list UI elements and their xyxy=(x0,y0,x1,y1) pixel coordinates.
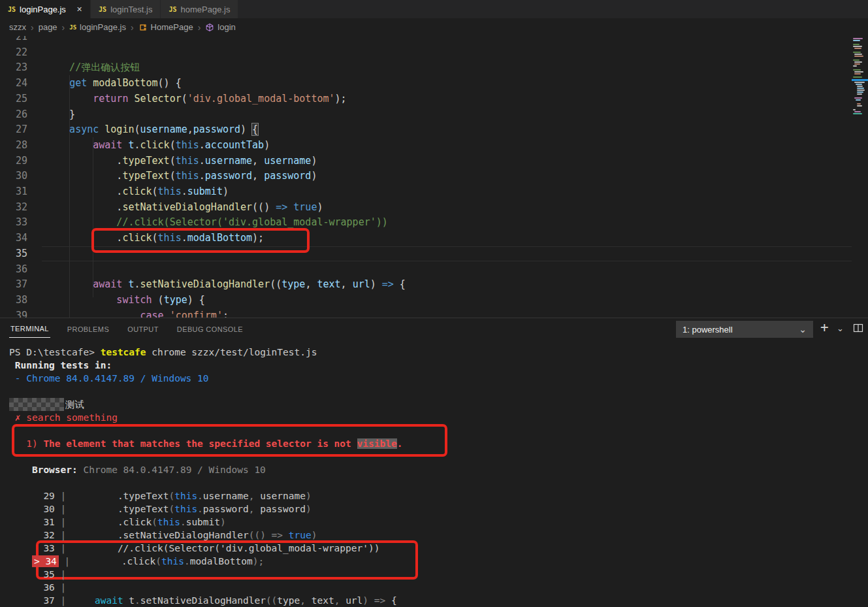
line-number: 26 xyxy=(0,107,27,123)
breadcrumb-separator: › xyxy=(198,22,201,33)
tab-homepage-js[interactable]: JS homePage.js xyxy=(161,0,238,18)
minimap-code-bar xyxy=(854,48,861,49)
minimap-code-bar xyxy=(857,105,862,107)
line-number: 28 xyxy=(0,138,27,154)
split-terminal-icon[interactable] xyxy=(853,323,863,333)
code-editor[interactable]: 212223 //弹出确认按钮24 get modalBottom() {25 … xyxy=(0,36,868,318)
breadcrumb-item-file[interactable]: JS loginPage.js xyxy=(69,22,126,32)
line-number: 36 xyxy=(0,262,27,278)
terminal-line: 1) The element that matches the specifie… xyxy=(9,437,402,450)
terminal-shell-dropdown[interactable]: 1: powershell ⌄ xyxy=(676,321,813,338)
minimap-code-bar xyxy=(853,59,860,61)
minimap-code-bar xyxy=(853,40,860,41)
minimap[interactable] xyxy=(852,36,868,318)
line-number: 33 xyxy=(0,215,27,231)
code-line-36: 36 xyxy=(0,262,852,278)
code-line-25: 25 return Selector('div.global_modal-bot… xyxy=(0,91,852,107)
tab-label: loginPage.js xyxy=(20,5,66,14)
censored-text xyxy=(9,398,64,411)
minimap-code-bar xyxy=(853,44,860,45)
breadcrumb: szzx › page › JS loginPage.js › HomePage… xyxy=(0,18,868,36)
line-number: 22 xyxy=(0,45,27,61)
minimap-code-bar xyxy=(854,61,862,63)
breadcrumb-label: HomePage xyxy=(151,22,193,32)
terminal-line: PS D:\testcafe> testcafe chrome szzx/tes… xyxy=(9,346,317,359)
line-number: 24 xyxy=(0,76,27,91)
bottom-panel: TERMINAL PROBLEMS OUTPUT DEBUG CONSOLE 1… xyxy=(0,318,868,607)
class-icon xyxy=(138,23,148,32)
tab-loginpage-js[interactable]: JS loginPage.js ✕ xyxy=(0,0,91,18)
code-line-23: 23 //弹出确认按钮 xyxy=(0,60,852,76)
line-number: 30 xyxy=(0,169,27,184)
terminal-output[interactable]: PS D:\testcafe> testcafe chrome szzx/tes… xyxy=(0,340,868,607)
code-line-37: 37 await t.setNativeDialogHandler((type,… xyxy=(0,277,852,293)
line-number: 27 xyxy=(0,122,27,138)
breadcrumb-item-szzx[interactable]: szzx xyxy=(9,22,26,32)
code-line-22: 22 xyxy=(0,45,852,61)
close-icon[interactable]: ✕ xyxy=(76,5,82,14)
breadcrumb-item-method[interactable]: login xyxy=(205,22,235,32)
terminal-line: 30 | .typeText(this.password, password) xyxy=(9,502,312,516)
minimap-code-bar xyxy=(853,76,862,78)
minimap-code-bar xyxy=(854,73,861,74)
minimap-code-bar xyxy=(853,65,857,67)
terminal-line: - Chrome 84.0.4147.89 / Windows 10 xyxy=(9,372,209,385)
panel-tab-terminal[interactable]: TERMINAL xyxy=(9,321,50,338)
line-number: 29 xyxy=(0,154,27,169)
code-line-26: 26 } xyxy=(0,107,852,123)
terminal-line: 31 | .click(this.submit) xyxy=(9,516,226,529)
minimap-code-bar xyxy=(854,56,863,57)
terminal-line: 35 | xyxy=(9,568,66,581)
line-number: 35 xyxy=(0,246,27,262)
js-file-icon: JS xyxy=(69,24,76,31)
breadcrumb-item-class[interactable]: HomePage xyxy=(138,22,193,32)
panel-tab-output[interactable]: OUTPUT xyxy=(126,321,160,338)
chevron-down-icon[interactable]: ⌄ xyxy=(837,323,844,333)
code-line-39: 39 case 'confirm': xyxy=(0,308,852,318)
chevron-down-icon: ⌄ xyxy=(799,326,807,333)
tab-logintest-js[interactable]: JS loginTest.js xyxy=(91,0,161,18)
minimap-code-bar xyxy=(857,93,862,95)
tab-label: loginTest.js xyxy=(110,5,152,14)
panel-header: TERMINAL PROBLEMS OUTPUT DEBUG CONSOLE 1… xyxy=(0,318,868,340)
panel-tab-problems[interactable]: PROBLEMS xyxy=(66,321,110,338)
terminal-line: 测试 xyxy=(9,398,84,411)
code-line-28: 28 await t.click(this.accountTab) xyxy=(0,138,852,154)
minimap-code-bar xyxy=(857,86,863,87)
line-number: 34 xyxy=(0,231,27,246)
code-line-29: 29 .typeText(this.username, username) xyxy=(0,154,852,169)
shell-dropdown-value: 1: powershell xyxy=(683,325,733,335)
annotation-red-box-editor xyxy=(91,228,310,253)
code-line-24: 24 get modalBottom() { xyxy=(0,76,852,91)
minimap-code-bar xyxy=(853,52,861,53)
terminal-line: 37 | await t.setNativeDialogHandler((typ… xyxy=(9,594,397,607)
breadcrumb-label: login xyxy=(217,22,235,32)
code-line-31: 31 .click(this.submit) xyxy=(0,184,852,200)
minimap-code-bar xyxy=(857,88,864,89)
breadcrumb-separator: › xyxy=(62,22,65,33)
line-number: 39 xyxy=(0,308,27,318)
minimap-code-bar xyxy=(854,63,860,65)
breadcrumb-label: loginPage.js xyxy=(80,22,126,32)
code-line-27: 27 async login(username,password) { xyxy=(0,122,852,138)
terminal-line: Running tests in: xyxy=(9,359,112,372)
minimap-code-bar xyxy=(856,99,861,101)
minimap-code-bar xyxy=(856,84,862,85)
new-terminal-button[interactable]: + xyxy=(820,320,829,335)
line-number: 21 xyxy=(0,36,27,45)
line-number: 25 xyxy=(0,91,27,107)
tab-label: homePage.js xyxy=(181,5,231,14)
minimap-code-bar xyxy=(854,111,861,112)
editor-tab-bar: JS loginPage.js ✕ JS loginTest.js JS hom… xyxy=(0,0,868,18)
breadcrumb-separator: › xyxy=(131,22,134,33)
line-number: 23 xyxy=(0,60,27,76)
minimap-highlight-band xyxy=(852,79,868,81)
vscode-window: JS loginPage.js ✕ JS loginTest.js JS hom… xyxy=(0,0,868,607)
minimap-code-bar xyxy=(854,82,865,83)
line-number: 37 xyxy=(0,277,27,293)
minimap-code-bar xyxy=(853,38,863,39)
code-line-30: 30 .typeText(this.password, password) xyxy=(0,169,852,184)
panel-tab-debug-console[interactable]: DEBUG CONSOLE xyxy=(176,321,244,338)
terminal-line: ✗ search something xyxy=(9,411,118,424)
breadcrumb-item-page[interactable]: page xyxy=(39,22,57,32)
